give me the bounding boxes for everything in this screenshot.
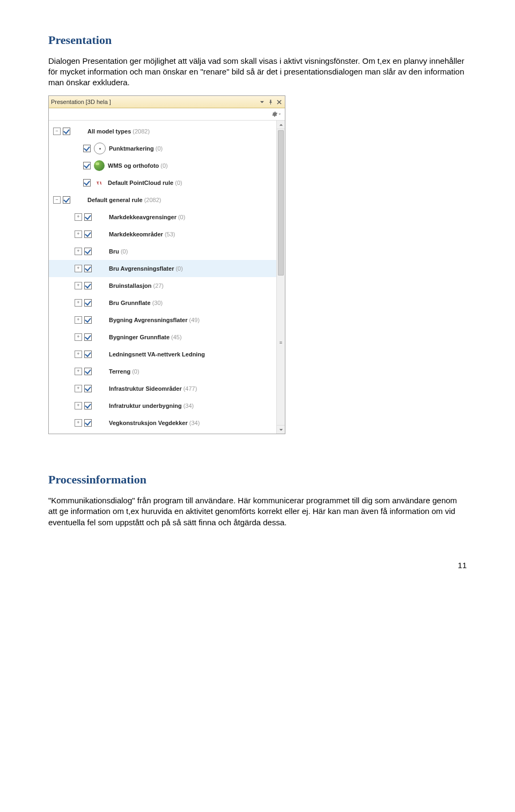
tree-row-count: (0) bbox=[175, 179, 182, 187]
checkbox[interactable] bbox=[84, 402, 92, 409]
tree-row-label: Default PointCloud rule bbox=[108, 179, 173, 187]
tree-row[interactable]: +Bru Grunnflate(30) bbox=[49, 294, 285, 311]
checkbox[interactable] bbox=[84, 248, 92, 255]
tree-row-count: (34) bbox=[189, 419, 200, 427]
tree-row-count: (53) bbox=[165, 230, 175, 239]
tree-row[interactable]: τιDefault PointCloud rule(0) bbox=[49, 174, 285, 191]
expand-icon[interactable]: + bbox=[75, 368, 82, 375]
checkbox[interactable] bbox=[84, 213, 92, 221]
checkbox[interactable] bbox=[83, 145, 91, 152]
expand-icon[interactable]: + bbox=[75, 333, 82, 341]
tree-row[interactable]: +Terreng(0) bbox=[49, 363, 285, 380]
checkbox[interactable] bbox=[84, 368, 92, 375]
checkbox[interactable] bbox=[84, 316, 92, 324]
tree-row-label: Terreng bbox=[109, 368, 130, 376]
tree-row[interactable]: +Markdekkeavgrensinger(0) bbox=[49, 208, 285, 226]
tree-row-label: Bru Avgrensningsflater bbox=[109, 265, 174, 273]
expand-icon[interactable]: + bbox=[75, 385, 82, 392]
checkbox[interactable] bbox=[84, 230, 92, 238]
tree-row-label: Bru Grunnflate bbox=[109, 299, 151, 307]
tree-row-count: (477) bbox=[183, 385, 197, 393]
expand-icon[interactable]: + bbox=[75, 316, 82, 324]
scroll-thumb[interactable] bbox=[278, 130, 284, 275]
tree-row[interactable]: +Bru(0) bbox=[49, 243, 285, 260]
close-icon[interactable] bbox=[275, 98, 283, 106]
scroll-up-icon[interactable] bbox=[277, 121, 285, 129]
expand-icon[interactable]: + bbox=[75, 213, 82, 221]
checkbox[interactable] bbox=[84, 419, 92, 427]
tree-row-count: (2082) bbox=[144, 196, 161, 204]
panel-titlebar: Presentation [3D hela ] bbox=[49, 96, 285, 108]
collapse-icon[interactable]: − bbox=[53, 128, 61, 135]
tree-row-count: (0) bbox=[121, 248, 128, 256]
panel-title: Presentation [3D hela ] bbox=[51, 98, 257, 106]
scrollbar[interactable]: ≡ bbox=[276, 121, 285, 434]
tree-row-label: Markdekkeavgrensinger bbox=[109, 213, 176, 221]
tree-row-count: (2082) bbox=[133, 128, 150, 136]
tree-row-label: Vegkonstruksjon Vegdekker bbox=[109, 419, 188, 427]
tree-row-count: (45) bbox=[171, 333, 182, 341]
tree-row[interactable]: −Default general rule(2082) bbox=[49, 191, 285, 208]
expand-icon[interactable]: + bbox=[75, 419, 82, 427]
checkbox[interactable] bbox=[84, 282, 92, 289]
para-processinformation: "Kommunikationsdialog" från program till… bbox=[48, 495, 467, 528]
expand-icon[interactable]: + bbox=[75, 402, 82, 409]
tree-row-count: (0) bbox=[160, 162, 167, 170]
tau-icon: τι bbox=[94, 177, 105, 188]
tree-row-label: Bruinstallasjon bbox=[109, 282, 151, 290]
dot-icon bbox=[94, 143, 106, 154]
toggle-spacer bbox=[75, 162, 81, 169]
expand-icon[interactable]: + bbox=[75, 265, 82, 272]
heading-processinformation: Processinformation bbox=[48, 472, 467, 488]
tree-row-label: Default general rule bbox=[87, 196, 143, 204]
tree-row[interactable]: +Ledningsnett VA-nettverk Ledning bbox=[49, 346, 285, 363]
scroll-mark-icon: ≡ bbox=[278, 340, 284, 345]
checkbox[interactable] bbox=[84, 333, 92, 341]
tree-row-label: Bru bbox=[109, 248, 119, 256]
checkbox[interactable] bbox=[84, 385, 92, 392]
checkbox[interactable] bbox=[84, 265, 92, 272]
tree-row[interactable]: +Infrastruktur Sideområder(477) bbox=[49, 380, 285, 397]
tree-row-count: (30) bbox=[152, 299, 163, 307]
tree-row-count: (49) bbox=[189, 316, 200, 324]
expand-icon[interactable]: + bbox=[75, 248, 82, 255]
tree-row-count: (0) bbox=[156, 145, 163, 153]
collapse-icon[interactable]: − bbox=[53, 196, 61, 204]
tree-row-label: Infrastruktur Sideområder bbox=[109, 385, 182, 393]
heading-presentation: Presentation bbox=[48, 32, 467, 48]
tree-row-count: (34) bbox=[183, 402, 194, 410]
scroll-down-icon[interactable] bbox=[277, 425, 285, 434]
checkbox[interactable] bbox=[84, 351, 92, 358]
expand-icon[interactable]: + bbox=[75, 351, 82, 358]
tree-row[interactable]: +Bygninger Grunnflate(45) bbox=[49, 329, 285, 346]
checkbox[interactable] bbox=[63, 128, 70, 135]
pin-icon[interactable] bbox=[267, 98, 274, 106]
tree-row[interactable]: +Vegkonstruksjon Vegdekker(34) bbox=[49, 414, 285, 431]
checkbox[interactable] bbox=[63, 196, 70, 204]
checkbox[interactable] bbox=[83, 179, 91, 187]
tree-row-count: (0) bbox=[178, 213, 185, 221]
expand-icon[interactable]: + bbox=[75, 299, 82, 307]
tree-row-label: Bygning Avgrensningsflater bbox=[109, 316, 187, 324]
tree-row[interactable]: −All model types(2082) bbox=[49, 123, 285, 140]
tree-row-label: Ledningsnett VA-nettverk Ledning bbox=[109, 351, 205, 359]
tree-row[interactable]: +Bru Avgrensningsflater(0) bbox=[49, 260, 285, 277]
tree-row-label: Punktmarkering bbox=[109, 145, 154, 153]
checkbox[interactable] bbox=[84, 299, 92, 307]
expand-icon[interactable]: + bbox=[75, 230, 82, 238]
dropdown-icon[interactable] bbox=[258, 98, 266, 106]
checkbox[interactable] bbox=[83, 162, 91, 169]
tree-row[interactable]: +Infratruktur underbygning(34) bbox=[49, 397, 285, 414]
gear-icon[interactable] bbox=[272, 110, 281, 118]
globe-icon bbox=[94, 160, 105, 171]
tree-row-count: (0) bbox=[175, 265, 182, 273]
tree-row[interactable]: +Markdekkeområder(53) bbox=[49, 226, 285, 243]
tree-row[interactable]: Punktmarkering(0) bbox=[49, 140, 285, 157]
tree-row-label: Infratruktur underbygning bbox=[109, 402, 182, 410]
expand-icon[interactable]: + bbox=[75, 282, 82, 289]
tree-row[interactable]: +Bygning Avgrensningsflater(49) bbox=[49, 311, 285, 329]
tree-row-label: Bygninger Grunnflate bbox=[109, 333, 170, 341]
toggle-spacer bbox=[75, 180, 81, 186]
tree-row[interactable]: WMS og orthofoto(0) bbox=[49, 157, 285, 174]
tree-row[interactable]: +Bruinstallasjon(27) bbox=[49, 277, 285, 294]
